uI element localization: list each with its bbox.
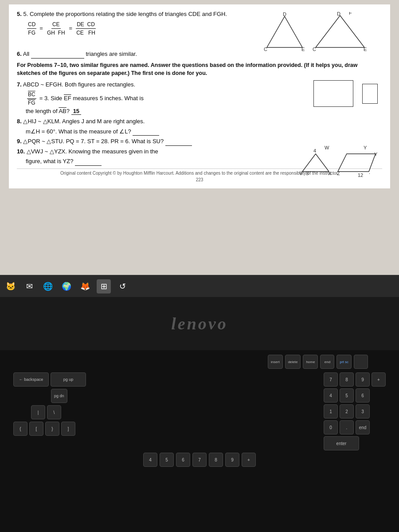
- screen: 5. 5. Complete the proportions relating …: [0, 0, 399, 275]
- key-end[interactable]: end: [320, 355, 334, 369]
- numpad: 7 8 9 + 4 5 6 1 2 3 0 . end enter: [324, 372, 386, 450]
- key-close-bracket2[interactable]: }: [45, 422, 59, 436]
- key-num-dot[interactable]: .: [340, 420, 354, 434]
- svg-marker-4: [316, 16, 364, 47]
- key-bottom-7[interactable]: 7: [192, 453, 207, 467]
- svg-text:E: E: [301, 47, 305, 52]
- lenovo-area: lenovo: [0, 297, 399, 350]
- key-num-8[interactable]: 8: [340, 372, 354, 387]
- svg-text:8: 8: [306, 171, 309, 176]
- svg-text:C: C: [313, 47, 316, 52]
- svg-text:D: D: [337, 12, 340, 16]
- keyboard-row-brackets: { [ } ]: [13, 422, 321, 436]
- key-back-slash[interactable]: |: [31, 405, 45, 419]
- svg-text:Y: Y: [374, 152, 378, 157]
- numpad-row2: 4 5 6: [324, 388, 386, 403]
- cat-taskbar-icon[interactable]: 🐱: [4, 279, 18, 293]
- svg-marker-16: [338, 154, 376, 172]
- special-keys-row: insert delete home end prt sc: [13, 355, 368, 369]
- key-num-end[interactable]: end: [356, 420, 370, 434]
- rect-small: [362, 84, 378, 104]
- triangle-svg: C E D C E D F: [262, 12, 369, 52]
- key-num-6[interactable]: 6: [356, 388, 370, 403]
- numpad-row1: 7 8 9 +: [324, 372, 386, 387]
- problem-8: 8. △HIJ ~ △KLM. Angles J and M are right…: [17, 117, 382, 126]
- key-num-4[interactable]: 4: [324, 388, 338, 403]
- svg-text:D: D: [283, 12, 286, 17]
- grid-taskbar-icon[interactable]: ⊞: [97, 279, 111, 293]
- svg-text:F: F: [349, 12, 352, 16]
- key-num-2[interactable]: 2: [340, 404, 354, 419]
- problem-10-container: 10. △VWJ ~ △YZX. Knowing the measures gi…: [17, 147, 382, 166]
- page-content: 5. 5. Complete the proportions relating …: [9, 4, 390, 188]
- svg-text:E: E: [364, 47, 367, 52]
- key-pg-dn[interactable]: pg dn: [51, 389, 67, 403]
- keyboard-rows-container: ← backspace pg up pg dn | \ { [ } ] 7 8: [13, 372, 386, 450]
- key-num-7[interactable]: 7: [324, 372, 338, 387]
- key-delete[interactable]: delete: [285, 355, 301, 369]
- svg-text:12: 12: [358, 172, 363, 178]
- key-bottom-6[interactable]: 6: [176, 453, 190, 467]
- keyboard-row-backspace: ← backspace pg up: [13, 372, 321, 387]
- key-backspace[interactable]: ← backspace: [13, 372, 49, 387]
- key-fn[interactable]: [354, 355, 368, 369]
- key-insert[interactable]: insert: [268, 355, 283, 369]
- key-num-5[interactable]: 5: [340, 388, 354, 403]
- lenovo-logo: lenovo: [171, 314, 227, 333]
- globe2-taskbar-icon[interactable]: 🌍: [59, 279, 74, 293]
- problem-7-question: the length of AB? 15: [26, 107, 382, 116]
- keyboard-row-arrows: | \: [13, 405, 321, 419]
- svg-text:Z: Z: [337, 171, 340, 176]
- key-num-0[interactable]: 0: [324, 420, 338, 434]
- triangle-diagram-cde-fgh: C E D C E D F: [262, 12, 369, 55]
- svg-text:Y: Y: [364, 145, 367, 150]
- svg-text:4: 4: [313, 148, 316, 153]
- key-bottom-9[interactable]: 9: [225, 453, 239, 467]
- key-open-bracket[interactable]: {: [13, 422, 27, 436]
- numpad-row5: enter: [324, 436, 386, 450]
- key-num-plus[interactable]: +: [372, 372, 386, 387]
- problem-8-question: m∠H = 60°. What is the measure of ∠L?: [26, 127, 382, 136]
- svg-text:X: X: [328, 171, 332, 176]
- key-pg-up[interactable]: pg up: [51, 372, 86, 387]
- mail-taskbar-icon[interactable]: ✉: [22, 279, 36, 293]
- key-enter[interactable]: enter: [324, 436, 359, 450]
- key-close-sq[interactable]: ]: [61, 422, 75, 436]
- key-bottom-8[interactable]: 8: [209, 453, 223, 467]
- key-backslash2[interactable]: \: [47, 405, 61, 419]
- taskbar: 🐱 ✉ 🌐 🌍 🦊 ⊞ ↺: [0, 275, 399, 297]
- svg-marker-0: [267, 16, 302, 47]
- rect-large: [313, 80, 353, 107]
- svg-text:V: V: [299, 171, 303, 176]
- svg-text:C: C: [264, 47, 267, 52]
- key-bottom-5[interactable]: 5: [160, 453, 174, 467]
- key-bottom-4[interactable]: 4: [143, 453, 157, 467]
- keyboard: insert delete home end prt sc ← backspac…: [0, 350, 399, 532]
- firefox-taskbar-icon[interactable]: 🦊: [78, 279, 92, 293]
- svg-text:W: W: [325, 145, 329, 150]
- numpad-row3: 1 2 3: [324, 404, 386, 419]
- problems-intro: For Problems 7–10, two similar figures a…: [17, 61, 382, 78]
- key-num-9[interactable]: 9: [356, 372, 370, 387]
- globe-taskbar-icon[interactable]: 🌐: [41, 279, 55, 293]
- key-prtsc[interactable]: prt sc: [336, 355, 352, 369]
- key-open-sq[interactable]: [: [29, 422, 43, 436]
- numpad-row4: 0 . end: [324, 420, 386, 434]
- key-num-3[interactable]: 3: [356, 404, 370, 419]
- bottom-num-row: 4 5 6 7 8 9 +: [13, 453, 386, 467]
- shape-svg: W Y V 4 X 8 Z · 12 Y: [289, 145, 378, 180]
- problem-5-container: 5. 5. Complete the proportions relating …: [17, 10, 382, 50]
- svg-marker-11: [302, 154, 329, 172]
- key-home[interactable]: home: [303, 355, 318, 369]
- key-num-1[interactable]: 1: [324, 404, 338, 419]
- key-bottom-plus[interactable]: +: [242, 453, 256, 467]
- keyboard-row-pgdn: pg dn: [13, 389, 321, 403]
- refresh-taskbar-icon[interactable]: ↺: [115, 279, 129, 293]
- problem-7-container: 7. ABCD ~ EFGH. Both figures are rectang…: [17, 80, 382, 115]
- svg-text:·: ·: [369, 171, 370, 176]
- keyboard-left: ← backspace pg up pg dn | \ { [ } ]: [13, 372, 321, 438]
- problem-10-diagram: W Y V 4 X 8 Z · 12 Y: [289, 145, 378, 183]
- rectangles-diagram: [313, 80, 378, 107]
